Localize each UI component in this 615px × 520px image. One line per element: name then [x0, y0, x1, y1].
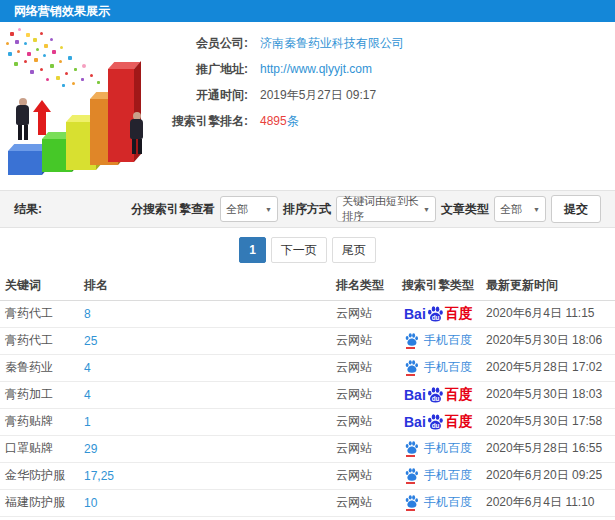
company-name-link[interactable]: 济南秦鲁药业科技有限公司: [260, 35, 404, 52]
open-time-label: 开通时间:: [170, 87, 248, 104]
keyword-cell: 膏药代工: [0, 300, 84, 327]
table-row[interactable]: 秦鲁药业 4 云网站 手机百度 2020年5月28日 17:02: [0, 354, 615, 381]
engine-filter-label: 分搜索引擎查看: [131, 201, 215, 218]
chart-bar-blue: [8, 151, 42, 175]
page-button-current[interactable]: 1: [239, 237, 266, 263]
baidu-underline-icon: [406, 374, 415, 376]
open-time-value: 2019年5月27日 09:17: [260, 87, 376, 104]
growth-arrow-icon: [33, 100, 51, 135]
baidu-paw-icon: [404, 332, 419, 347]
keyword-cell: 秦鲁药业: [0, 354, 84, 381]
engine-filter-select[interactable]: 全部 ▼: [220, 196, 278, 222]
baidu-paw-icon: du: [426, 386, 444, 404]
article-type-label: 文章类型: [441, 201, 489, 218]
update-time-cell: 2020年6月4日 11:15: [486, 300, 615, 327]
engine-cell: 手机百度: [402, 354, 486, 381]
rank-link[interactable]: 25: [84, 327, 336, 354]
table-row[interactable]: 福建防护服 10 云网站 手机百度 2020年6月4日 11:10: [0, 489, 615, 516]
submit-button[interactable]: 提交: [551, 195, 601, 223]
update-time-cell: 2020年5月30日 17:58: [486, 408, 615, 435]
mobile-baidu-logo: 手机百度: [404, 359, 472, 376]
keyword-ranking-table: 关键词 排名 排名类型 搜索引擎类型 最新更新时间 膏药代工 8 云网站 Bai…: [0, 272, 615, 517]
info-row-url: 推广地址: http://www.qlyyjt.com: [170, 56, 404, 82]
keyword-cell: 膏药贴牌: [0, 408, 84, 435]
update-time-cell: 2020年5月30日 18:06: [486, 327, 615, 354]
rank-link[interactable]: 1: [84, 408, 336, 435]
keyword-cell: 福建防护服: [0, 489, 84, 516]
update-time-cell: 2020年6月4日 11:10: [486, 489, 615, 516]
rank-type-cell: 云网站: [336, 300, 402, 327]
page-header: 网络营销效果展示: [0, 0, 615, 22]
chevron-down-icon: ▼: [530, 206, 540, 213]
engine-cell: 手机百度: [402, 489, 486, 516]
article-type-value: 全部: [500, 202, 522, 217]
baidu-paw-icon: du: [426, 413, 444, 431]
header-rank-type: 排名类型: [336, 272, 402, 300]
company-info-fields: 会员公司: 济南秦鲁药业科技有限公司 推广地址: http://www.qlyy…: [170, 30, 404, 134]
table-row[interactable]: 膏药代工 8 云网站 Baidu百度 2020年6月4日 11:15: [0, 300, 615, 327]
engine-cell: 手机百度: [402, 327, 486, 354]
rank-link[interactable]: 17,25: [84, 462, 336, 489]
promo-url-label: 推广地址:: [170, 61, 248, 78]
company-info-section: 会员公司: 济南秦鲁药业科技有限公司 推广地址: http://www.qlyy…: [0, 22, 615, 190]
baidu-logo: Baidu百度: [404, 305, 473, 323]
mobile-baidu-logo: 手机百度: [404, 440, 472, 457]
next-page-button[interactable]: 下一页: [271, 237, 327, 263]
rank-count-value: 4895条: [260, 113, 299, 130]
svg-text:du: du: [431, 421, 439, 428]
table-row[interactable]: 膏药代工 25 云网站 手机百度 2020年5月30日 18:06: [0, 327, 615, 354]
rank-type-cell: 云网站: [336, 462, 402, 489]
baidu-paw-icon: [404, 467, 419, 482]
result-label: 结果:: [14, 201, 42, 218]
page-title: 网络营销效果展示: [14, 4, 110, 18]
chevron-down-icon: ▼: [420, 206, 430, 213]
table-row[interactable]: 金华防护服 17,25 云网站 手机百度 2020年6月20日 09:25: [0, 462, 615, 489]
engine-cell: Baidu百度: [402, 300, 486, 327]
rank-link[interactable]: 4: [84, 354, 336, 381]
article-type-select[interactable]: 全部 ▼: [494, 196, 546, 222]
info-row-company: 会员公司: 济南秦鲁药业科技有限公司: [170, 30, 404, 56]
baidu-paw-icon: [404, 494, 419, 509]
baidu-logo: Baidu百度: [404, 413, 473, 431]
mobile-baidu-logo: 手机百度: [404, 494, 472, 511]
rank-link[interactable]: 8: [84, 300, 336, 327]
pagination: 1 下一页 尾页: [0, 228, 615, 272]
table-body: 膏药代工 8 云网站 Baidu百度 2020年6月4日 11:15 膏药代工 …: [0, 300, 615, 516]
info-row-open-time: 开通时间: 2019年5月27日 09:17: [170, 82, 404, 108]
chevron-down-icon: ▼: [262, 206, 272, 213]
engine-filter-value: 全部: [226, 202, 248, 217]
sort-filter-label: 排序方式: [283, 201, 331, 218]
rank-count-unit: 条: [287, 114, 299, 128]
company-label: 会员公司:: [170, 35, 248, 52]
businessman-left-figure: [16, 98, 29, 140]
rank-link[interactable]: 4: [84, 381, 336, 408]
sort-filter-value: 关键词由短到长排序: [342, 194, 420, 224]
baidu-underline-icon: [406, 509, 415, 511]
baidu-paw-icon: [404, 440, 419, 455]
last-page-button[interactable]: 尾页: [332, 237, 376, 263]
rank-type-cell: 云网站: [336, 354, 402, 381]
bar-chart-illustration: [2, 26, 170, 184]
table-header-row: 关键词 排名 排名类型 搜索引擎类型 最新更新时间: [0, 272, 615, 300]
rank-link[interactable]: 10: [84, 489, 336, 516]
baidu-paw-icon: [404, 359, 419, 374]
info-row-rank-count: 搜索引擎排名: 4895条: [170, 108, 404, 134]
rank-link[interactable]: 29: [84, 435, 336, 462]
table-row[interactable]: 口罩贴牌 29 云网站 手机百度 2020年5月28日 16:55: [0, 435, 615, 462]
rank-type-cell: 云网站: [336, 327, 402, 354]
filter-bar: 结果: 分搜索引擎查看 全部 ▼ 排序方式 关键词由短到长排序 ▼ 文章类型 全…: [0, 190, 615, 228]
promo-url-link[interactable]: http://www.qlyyjt.com: [260, 62, 372, 76]
header-rank: 排名: [84, 272, 336, 300]
rank-type-cell: 云网站: [336, 435, 402, 462]
table-row[interactable]: 膏药加工 4 云网站 Baidu百度 2020年5月30日 18:03: [0, 381, 615, 408]
engine-cell: 手机百度: [402, 462, 486, 489]
update-time-cell: 2020年5月28日 17:02: [486, 354, 615, 381]
sort-filter-select[interactable]: 关键词由短到长排序 ▼: [336, 196, 436, 222]
baidu-underline-icon: [406, 482, 415, 484]
baidu-logo: Baidu百度: [404, 386, 473, 404]
table-row[interactable]: 膏药贴牌 1 云网站 Baidu百度 2020年5月30日 17:58: [0, 408, 615, 435]
engine-cell: Baidu百度: [402, 381, 486, 408]
engine-cell: 手机百度: [402, 435, 486, 462]
baidu-paw-icon: du: [426, 305, 444, 323]
rank-count-label: 搜索引擎排名:: [170, 113, 248, 130]
